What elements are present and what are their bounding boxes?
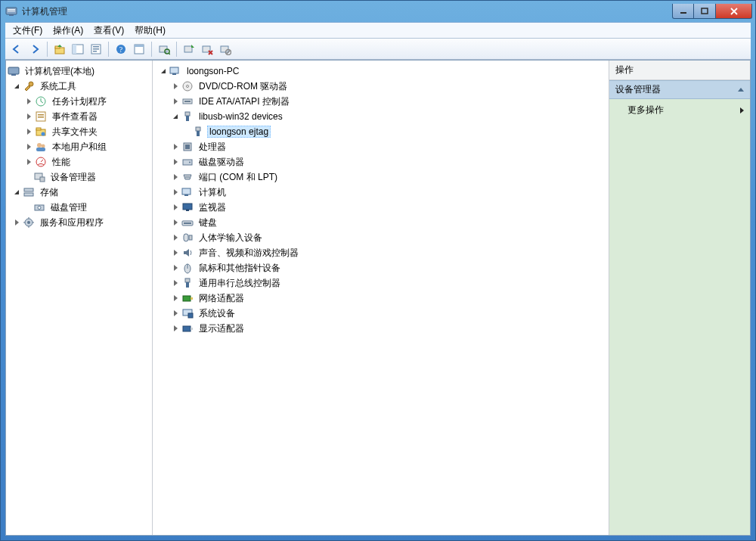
dev-monitor[interactable]: 监视器 [153,200,609,215]
expander-icon[interactable] [171,188,180,197]
expander-icon[interactable] [171,248,180,257]
dev-disk[interactable]: 磁盘驱动器 [153,154,609,169]
tree-device-manager[interactable]: 设备管理器 [6,169,152,185]
device-mgr-icon [33,171,45,183]
expander-icon[interactable] [24,112,33,121]
update-driver-button[interactable] [181,41,197,58]
tree-event-viewer[interactable]: 事件查看器 [6,109,152,124]
tree-storage[interactable]: 存储 [6,185,152,200]
dev-root[interactable]: loongson-PC [153,64,609,79]
dev-ports[interactable]: 端口 (COM 和 LPT) [153,169,609,185]
expander-icon[interactable] [171,173,180,182]
expander-icon[interactable] [171,218,180,227]
expander-icon[interactable] [171,309,180,318]
expander-icon[interactable] [24,157,33,166]
actions-section[interactable]: 设备管理器 [609,80,750,99]
dev-usb[interactable]: 通用串行总线控制器 [153,275,609,291]
disable-button[interactable] [217,41,234,58]
tree-root[interactable]: 计算机管理(本地) [6,64,152,79]
device-tree[interactable]: loongson-PC DVD/CD-ROM 驱动器 IDE ATA/ATAPI… [153,61,609,535]
more-actions[interactable]: 更多操作 [609,99,750,121]
expander-icon[interactable] [171,97,180,106]
expander-icon[interactable] [159,67,168,76]
expander-icon[interactable] [171,142,180,151]
tree-system-tools[interactable]: 系统工具 [6,79,152,94]
disk-mgmt-icon [33,201,45,213]
properties-button[interactable] [88,41,104,58]
tree-task-scheduler[interactable]: 任务计划程序 [6,94,152,109]
forward-button[interactable] [26,41,43,58]
console-tree[interactable]: 计算机管理(本地) 系统工具 任务计划程序 事件查看器 共享文件夹 [6,61,153,535]
svg-rect-58 [197,131,200,136]
expander-icon[interactable] [171,203,180,212]
expander-icon[interactable] [171,112,180,121]
dev-sysdev[interactable]: 系统设备 [153,306,609,321]
tree-label: 事件查看器 [50,110,100,124]
svg-rect-71 [184,222,191,224]
computer-icon [181,186,194,198]
uninstall-button[interactable] [199,41,215,58]
help-button[interactable]: ? [113,41,129,58]
tree-label: loongson ejtag [207,126,271,138]
expander-icon[interactable] [12,188,21,197]
expander-icon[interactable] [12,82,21,91]
tree-performance[interactable]: 性能 [6,154,152,169]
dev-net[interactable]: 网络适配器 [153,291,609,306]
svg-rect-83 [191,328,193,330]
expander-icon[interactable] [171,294,180,303]
back-button[interactable] [8,41,25,58]
minimize-button[interactable] [672,4,694,19]
close-button[interactable] [716,4,752,19]
menu-action[interactable]: 操作(A) [48,23,88,39]
expander-icon[interactable] [171,233,180,242]
dev-ide[interactable]: IDE ATA/ATAPI 控制器 [153,94,609,109]
tree-disk-management[interactable]: 磁盘管理 [6,200,152,215]
svg-rect-54 [184,101,191,102]
dev-hid[interactable]: 人体学输入设备 [153,230,609,245]
menu-view[interactable]: 查看(V) [89,23,129,39]
expander-icon[interactable] [171,263,180,272]
dev-mouse[interactable]: 鼠标和其他指针设备 [153,260,609,275]
mouse-icon [181,262,194,274]
show-hide-tree-button[interactable] [70,41,86,58]
nic-icon [181,292,194,304]
expander-icon[interactable] [12,218,21,227]
tree-local-users[interactable]: 本地用户和组 [6,139,152,154]
dev-audio[interactable]: 声音、视频和游戏控制器 [153,245,609,260]
expander-icon[interactable] [171,82,180,91]
svg-rect-82 [183,326,191,331]
dev-computer[interactable]: 计算机 [153,185,609,200]
dev-dvd[interactable]: DVD/CD-ROM 驱动器 [153,79,609,94]
expander-icon[interactable] [171,278,180,288]
tree-services-apps[interactable]: 服务和应用程序 [6,215,152,230]
view-button[interactable] [131,41,147,58]
scan-hardware-button[interactable] [156,41,172,58]
svg-point-35 [42,132,45,136]
svg-point-37 [42,145,45,148]
expander-icon[interactable] [24,97,33,106]
dev-keyboard[interactable]: 键盘 [153,215,609,230]
expander-icon[interactable] [24,127,33,136]
expander-icon[interactable] [171,157,180,166]
expander-icon[interactable] [24,142,33,151]
svg-rect-12 [93,48,99,50]
expander-icon[interactable] [171,324,180,333]
maximize-button[interactable] [694,4,716,19]
svg-rect-76 [185,278,190,282]
toolbar-separator [108,42,109,57]
svg-point-52 [187,86,189,88]
dev-cpu[interactable]: 处理器 [153,139,609,154]
dev-ejtag[interactable]: loongson ejtag [153,124,609,139]
clock-icon [35,95,47,107]
tree-shared-folders[interactable]: 共享文件夹 [6,124,152,139]
collapse-icon [738,88,744,92]
menu-file[interactable]: 文件(F) [8,23,47,39]
dev-libusb[interactable]: libusb-win32 devices [153,109,609,124]
svg-rect-66 [182,188,191,194]
client-area: 计算机管理(本地) 系统工具 任务计划程序 事件查看器 共享文件夹 [5,60,751,536]
menu-help[interactable]: 帮助(H) [130,23,170,39]
svg-point-28 [29,82,33,86]
dev-display[interactable]: 显示适配器 [153,321,609,336]
actions-panel: 操作 设备管理器 更多操作 [609,61,750,535]
up-button[interactable] [51,41,68,58]
